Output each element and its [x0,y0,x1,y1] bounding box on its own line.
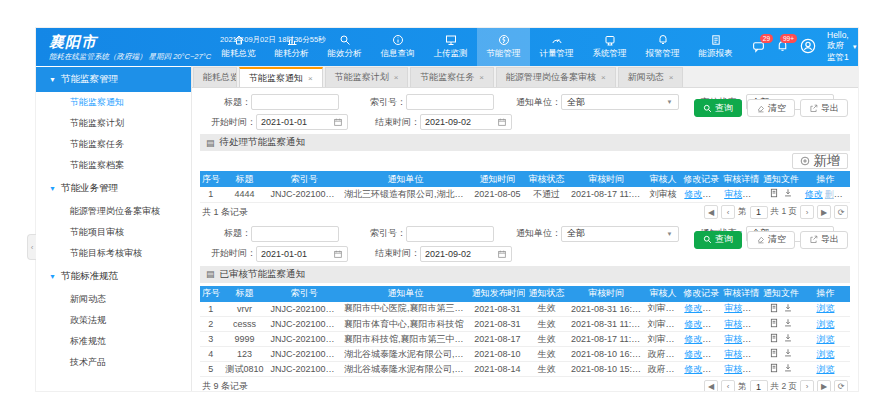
audit-detail-link[interactable]: 审核详情 [724,303,760,313]
preview-file-icon[interactable] [769,188,779,198]
sidebar-item-政策法规[interactable]: 政策法规 [36,310,191,331]
sidebar-item-节能目标考核审核[interactable]: 节能目标考核审核 [36,243,191,264]
close-icon[interactable]: × [669,73,674,82]
page-input[interactable] [750,380,768,391]
nav-item-节能管理[interactable]: 节能管理 [477,28,530,66]
clear-button[interactable]: 清空 [747,99,795,117]
end-date-input[interactable]: 2021-09-02 [420,246,512,262]
audit-detail-link[interactable]: 审核详情 [724,349,760,359]
export-button[interactable]: 导出 [800,99,848,117]
tab-新闻动态[interactable]: 新闻动态× [618,67,684,87]
table-row[interactable]: 39999JNJC-2021000008襄阳市科技馆,襄阳市第三中学,襄阳泽东化… [200,332,850,347]
download-icon[interactable] [783,188,793,198]
nav-item-上传监测[interactable]: 上传监测 [424,28,477,66]
end-date-input[interactable]: 2021-09-02 [420,114,512,130]
message-icon[interactable]: 29 [752,40,765,55]
sidebar-item-节能监察档案[interactable]: 节能监察档案 [36,155,191,176]
op-删除-link[interactable]: 删除 [825,189,843,199]
modify-record-link[interactable]: 修改记录 [684,303,720,313]
index-input[interactable] [406,226,494,242]
nav-item-系统管理[interactable]: 系统管理 [583,28,636,66]
preview-file-icon[interactable] [769,303,779,313]
op-浏览-link[interactable]: 浏览 [816,364,834,374]
sidebar-item-新闻动态[interactable]: 新闻动态 [36,289,191,310]
modify-record-link[interactable]: 修改记录 [684,364,720,374]
avatar-icon[interactable] [800,38,816,56]
tab-节能监察通知[interactable]: 节能监察通知× [239,67,323,87]
audit-detail-link[interactable]: 审核详情 [724,334,760,344]
add-button[interactable]: 新增 [792,153,848,169]
first-page-button[interactable]: ◀ [704,205,718,219]
op-浏览-link[interactable]: 浏览 [845,189,850,199]
tab-节能监察任务[interactable]: 节能监察任务× [410,67,494,87]
next-page-button[interactable]: › [800,380,814,392]
preview-file-icon[interactable] [769,348,779,358]
audit-detail-link[interactable]: 审核详情 [724,189,760,199]
refresh-icon[interactable]: ⟳ [834,380,848,392]
table-row[interactable]: 5测试0810JNJC-2021000006湖北谷城泰隆水泥有限公司,湖北广宏纸… [200,362,850,377]
prev-page-button[interactable]: ‹ [721,380,735,392]
sidebar-item-节能监察任务[interactable]: 节能监察任务 [36,134,191,155]
start-date-input[interactable]: 2021-01-01 [256,114,348,130]
nav-item-能效分析[interactable]: 能效分析 [318,28,371,66]
modify-record-link[interactable]: 修改记录 [684,319,720,329]
nav-item-信息查询[interactable]: 信息查询 [371,28,424,66]
preview-file-icon[interactable] [769,363,779,373]
close-icon[interactable]: × [601,73,606,82]
prev-page-button[interactable]: ‹ [721,205,735,219]
export-button[interactable]: 导出 [800,231,848,249]
user-greeting[interactable]: Hello,政府监管1 ▼ [827,30,858,64]
nav-item-计量管理[interactable]: 计量管理 [530,28,583,66]
sidebar-item-技术产品[interactable]: 技术产品 [36,352,191,373]
modify-record-link[interactable]: 修改记录 [684,349,720,359]
modify-record-link[interactable]: 修改记录 [684,334,720,344]
unit-select[interactable]: 全部▼ [561,226,679,242]
table-row[interactable]: 14444JNJC-2021000004湖北三环锻造有限公司,湖北三环车桥有限公… [200,187,850,202]
tab-能耗总览[interactable]: 能耗总览 [193,67,237,87]
start-date-input[interactable]: 2021-01-01 [256,246,348,262]
sidebar-group-节能标准规范[interactable]: ▼节能标准规范 [36,264,191,289]
first-page-button[interactable]: ◀ [704,380,718,392]
table-row[interactable]: 4123JNJC-2021000007湖北谷城泰隆水泥有限公司,湖北广宏纸业有限… [200,347,850,362]
sidebar-item-节能项目审核[interactable]: 节能项目审核 [36,222,191,243]
close-icon[interactable]: × [479,73,484,82]
table-row[interactable]: 1vrvrJNJC-2021000010襄阳市中心医院,襄阳市第三中学2021-… [200,302,850,317]
close-icon[interactable]: × [394,73,399,82]
preview-file-icon[interactable] [769,318,779,328]
sidebar-item-标准规范[interactable]: 标准规范 [36,331,191,352]
last-page-button[interactable]: ▶ [817,205,831,219]
modify-record-link[interactable]: 修改记录 [684,189,720,199]
page-input[interactable] [750,206,768,219]
sidebar-item-节能监察通知[interactable]: 节能监察通知 [36,92,191,113]
nav-item-报警管理[interactable]: 报警管理 [636,28,689,66]
unit-select[interactable]: 全部▼ [561,94,679,110]
nav-item-能源报表[interactable]: 能源报表 [689,28,742,66]
op-浏览-link[interactable]: 浏览 [816,319,834,329]
download-icon[interactable] [783,348,793,358]
preview-file-icon[interactable] [769,333,779,343]
search-button[interactable]: 查询 [694,231,742,249]
tab-能源管理岗位备案审核[interactable]: 能源管理岗位备案审核× [496,67,616,87]
audit-detail-link[interactable]: 审核详情 [724,364,760,374]
sidebar-group-节能监察管理[interactable]: ▼节能监察管理 [36,67,191,92]
op-修改-link[interactable]: 修改 [805,189,823,199]
sidebar-item-能源管理岗位备案审核[interactable]: 能源管理岗位备案审核 [36,201,191,222]
title-input[interactable] [251,226,339,242]
download-icon[interactable] [783,318,793,328]
download-icon[interactable] [783,363,793,373]
sidebar-item-节能监察计划[interactable]: 节能监察计划 [36,113,191,134]
close-icon[interactable]: × [308,74,313,83]
table-row[interactable]: 2cesssJNJC-2021000009襄阳市体育中心,襄阳市科技馆2021-… [200,317,850,332]
op-浏览-link[interactable]: 浏览 [816,334,834,344]
refresh-icon[interactable]: ⟳ [834,205,848,219]
tab-节能监察计划[interactable]: 节能监察计划× [325,67,409,87]
next-page-button[interactable]: › [800,205,814,219]
title-input[interactable] [251,94,339,110]
clear-button[interactable]: 清空 [747,231,795,249]
sidebar-collapse-handle[interactable]: ‹ [27,234,36,260]
audit-detail-link[interactable]: 审核详情 [724,319,760,329]
bell-icon[interactable]: 99+ [776,40,789,55]
sidebar-group-节能业务管理[interactable]: ▼节能业务管理 [36,176,191,201]
op-浏览-link[interactable]: 浏览 [816,303,834,313]
index-input[interactable] [406,94,494,110]
